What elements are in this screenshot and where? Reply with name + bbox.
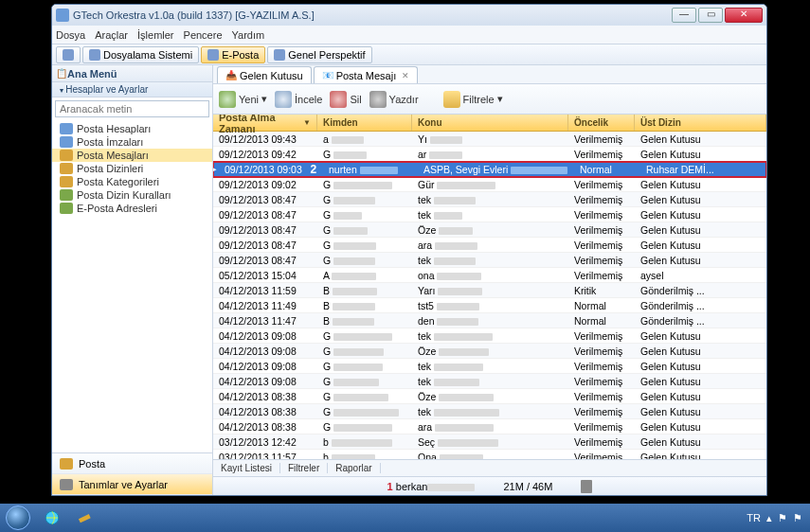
folder-icon [60, 176, 73, 187]
table-row[interactable]: 04/12/2013 08:38G tek VerilmemişGelen Ku… [213, 404, 766, 419]
sidebar-header: 📋 Ana Menü [52, 65, 212, 82]
memory-indicator: 21M / 46M [503, 481, 552, 492]
table-row[interactable]: 04/12/2013 09:08G tek VerilmemişGelen Ku… [213, 359, 766, 374]
table-row[interactable]: 09/12/2013 08:47G tek VerilmemişGelen Ku… [213, 192, 766, 207]
menu-item[interactable]: Yardım [232, 29, 265, 41]
sidebar: 📋 Ana Menü Hesaplar ve Ayarlar Posta Hes… [52, 65, 213, 495]
sidebar-nav-posta[interactable]: Posta [52, 453, 212, 474]
titlebar[interactable]: GTech Orkestra v1.0a (build 1337) [G-YAZ… [52, 5, 766, 26]
windows-orb-icon [6, 505, 30, 530]
main-area: 📥 Gelen Kutusu 📧 Posta Mesajı✕ Yeni ▾ İn… [213, 65, 766, 495]
table-row[interactable]: 04/12/2013 09:08G Öze VerilmemişGelen Ku… [213, 344, 766, 359]
sidebar-item[interactable]: Posta Hesapları [52, 122, 212, 135]
taskbar[interactable]: TR ▴ ⚑ ⚑ [0, 504, 810, 532]
column-header[interactable]: Kimden [317, 115, 412, 131]
folder-icon [60, 163, 73, 174]
table-row[interactable]: 04/12/2013 11:47B den NormalGönderilmiş … [213, 313, 766, 328]
bottom-tab[interactable]: Filtreler [280, 463, 328, 473]
table-row[interactable]: 04/12/2013 11:49B tst5 NormalGönderilmiş… [213, 298, 766, 313]
perspective-toolbar: Dosyalama Sistemi E-Posta Genel Perspekt… [52, 44, 766, 65]
close-button[interactable]: ✕ [725, 8, 763, 23]
statusbar: 1 berkan 21M / 46M [213, 476, 766, 495]
table-row[interactable]: 09/12/2013 08:47G ara VerilmemişGelen Ku… [213, 238, 766, 253]
system-tray[interactable]: TR ▴ ⚑ ⚑ [739, 512, 810, 524]
table-row[interactable]: 03/12/2013 12:42b Seç VerilmemişGelen Ku… [213, 434, 766, 450]
folder-icon [60, 136, 73, 148]
language-indicator[interactable]: TR [747, 512, 761, 523]
sidebar-item[interactable]: Posta Dizin Kuralları [52, 188, 212, 202]
tray-chevron-icon[interactable]: ▴ [766, 512, 772, 524]
tab[interactable]: 📧 Posta Mesajı✕ [314, 66, 419, 83]
sidebar-item[interactable]: E-Posta Adresleri [52, 202, 212, 215]
close-icon[interactable]: ✕ [402, 71, 409, 80]
table-row[interactable]: 04/12/2013 11:59B Yarı KritikGönderilmiş… [213, 283, 766, 298]
table-row[interactable]: ▸09/12/2013 09:03 2nurten ASPB, Sevgi Ev… [213, 162, 766, 177]
app-icon [56, 9, 69, 22]
grid-bottom-tabs: Kayıt Listesi Filtreler Raporlar [213, 459, 766, 476]
table-row[interactable]: 04/12/2013 09:08G tek VerilmemişGelen Ku… [213, 328, 766, 344]
table-row[interactable]: 04/12/2013 08:38G Öze VerilmemişGelen Ku… [213, 389, 766, 404]
folder-icon [60, 203, 73, 214]
table-row[interactable]: 09/12/2013 08:47G Öze VerilmemişGelen Ku… [213, 222, 766, 238]
sidebar-nav-tanimlar[interactable]: Tanımlar ve Ayarlar [52, 474, 212, 495]
window-title: GTech Orkestra v1.0a (build 1337) [G-YAZ… [73, 9, 672, 21]
svg-rect-1 [79, 514, 91, 523]
perspective-button[interactable]: E-Posta [201, 46, 265, 63]
tab[interactable]: 📥 Gelen Kutusu [217, 66, 312, 83]
table-row[interactable]: 04/12/2013 08:38G ara VerilmemişGelen Ku… [213, 419, 766, 434]
menu-item[interactable]: Araçlar [95, 29, 128, 41]
print-button[interactable]: Yazdır [369, 91, 419, 108]
sidebar-item[interactable]: Posta Kategorileri [52, 175, 212, 188]
search-input[interactable] [55, 100, 209, 117]
bottom-tab[interactable]: Kayıt Listesi [213, 463, 280, 473]
column-header[interactable]: Konu [412, 115, 568, 131]
perspective-button[interactable]: Genel Perspektif [267, 46, 371, 63]
delete-button[interactable]: Sil [330, 91, 361, 108]
taskbar-ie-icon[interactable] [38, 507, 66, 528]
table-row[interactable]: 09/12/2013 09:42G ar VerilmemişGelen Kut… [213, 147, 766, 162]
filter-button[interactable]: Filtrele ▾ [443, 91, 503, 108]
sidebar-section[interactable]: Hesaplar ve Ayarlar [52, 82, 212, 98]
table-row[interactable]: 05/12/2013 15:04A ona Verilmemişaysel [213, 268, 766, 283]
annotation-1: 1 [387, 481, 393, 492]
table-row[interactable]: 09/12/2013 08:47G tek VerilmemişGelen Ku… [213, 207, 766, 222]
trash-icon[interactable] [581, 480, 592, 493]
app-window: GTech Orkestra v1.0a (build 1337) [G-YAZ… [51, 4, 767, 496]
perspective-switcher-icon[interactable] [56, 46, 81, 63]
menu-item[interactable]: Dosya [56, 29, 85, 41]
maximize-button[interactable]: ▭ [698, 8, 723, 23]
editor-tabs: 📥 Gelen Kutusu 📧 Posta Mesajı✕ [213, 65, 766, 84]
tray-flag-icon[interactable]: ⚑ [778, 512, 787, 524]
folder-icon [60, 150, 73, 161]
sidebar-item[interactable]: Posta İmzaları [52, 135, 212, 149]
folder-icon [60, 189, 73, 201]
perspective-button[interactable]: Dosyalama Sistemi [82, 46, 199, 63]
table-row[interactable]: 09/12/2013 09:02G Gür VerilmemişGelen Ku… [213, 177, 766, 192]
bottom-tab[interactable]: Raporlar [328, 463, 380, 473]
start-button[interactable] [0, 504, 36, 532]
table-row[interactable]: 03/12/2013 11:57b Ona VerilmemişGelen Ku… [213, 450, 766, 459]
tray-flag-icon[interactable]: ⚑ [793, 512, 802, 524]
sidebar-item[interactable]: Posta Dizinleri [52, 162, 212, 175]
mail-grid[interactable]: Posta Alma Zamanı▼ Kimden Konu Öncelik Ü… [213, 115, 766, 459]
folder-icon [60, 123, 73, 134]
taskbar-app-icon[interactable] [70, 507, 99, 528]
column-header[interactable]: Öncelik [568, 115, 635, 131]
table-toolbar: Yeni ▾ İncele Sil Yazdır Filtrele ▾ [213, 84, 766, 115]
inspect-button[interactable]: İncele [275, 91, 322, 108]
table-row[interactable]: 09/12/2013 08:47G tek VerilmemişGelen Ku… [213, 253, 766, 268]
column-header[interactable]: Üst Dizin [635, 115, 766, 131]
minimize-button[interactable]: — [672, 8, 696, 23]
column-header[interactable]: Posta Alma Zamanı▼ [213, 115, 317, 131]
sort-desc-icon: ▼ [303, 118, 311, 127]
menu-item[interactable]: Pencere [184, 29, 223, 41]
table-row[interactable]: 04/12/2013 09:08G tek VerilmemişGelen Ku… [213, 374, 766, 389]
sidebar-item[interactable]: Posta Mesajları [52, 149, 212, 162]
menu-item[interactable]: İşlemler [137, 29, 174, 41]
grid-header: Posta Alma Zamanı▼ Kimden Konu Öncelik Ü… [213, 115, 766, 132]
menubar: Dosya Araçlar İşlemler Pencere Yardım [52, 26, 766, 44]
new-button[interactable]: Yeni ▾ [219, 91, 267, 108]
